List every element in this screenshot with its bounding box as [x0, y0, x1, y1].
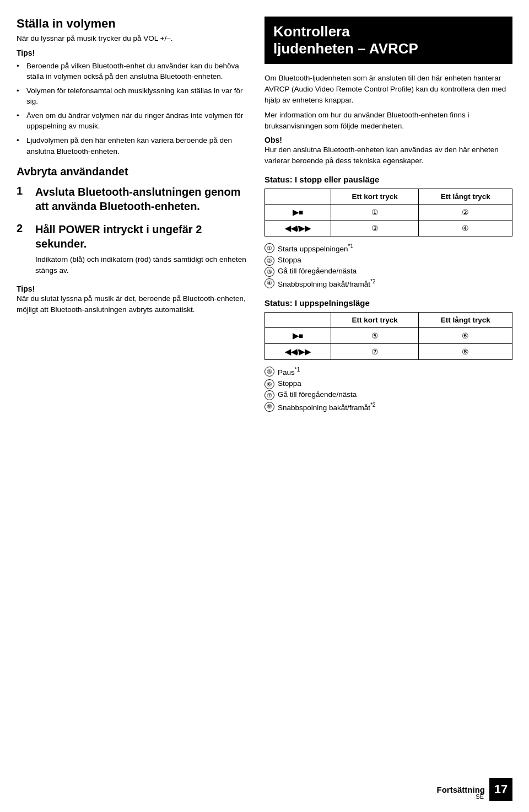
table2-row2-icon: ◀◀/▶▶: [265, 344, 331, 360]
list2-item-4: ⑧ Snabbspolning bakåt/framåt*2: [264, 401, 512, 413]
step-2-sub: Indikatorn (blå) och indikatorn (röd) tä…: [35, 254, 248, 276]
status-2-title: Status: I uppspelningsläge: [264, 298, 512, 308]
table2-empty-header: [265, 313, 331, 328]
list1-item-3: ③ Gå till föregående/nästa: [264, 266, 512, 277]
list-1: ① Starta uppspelningen*1 ② Stoppa ③ Gå t…: [264, 242, 512, 289]
avrcp-header: Kontrollera ljudenheten – AVRCP: [264, 17, 512, 64]
step-1: 1 Avsluta Bluetooth-anslutningen genom a…: [17, 185, 248, 213]
page-number: 17: [489, 778, 512, 801]
step-1-num: 1: [17, 185, 30, 197]
table2-row1-c1: ⑤: [331, 328, 419, 344]
table1-empty-header: [265, 189, 331, 205]
table2-row1-icon: ▶■: [265, 328, 331, 344]
table2-col2-header: Ett långt tryck: [419, 313, 512, 328]
table1-row1: ▶■ ① ②: [265, 205, 512, 221]
list2-item-2: ⑥ Stoppa: [264, 378, 512, 389]
status-1-section: Status: I stopp eller pausläge Ett kort …: [264, 175, 512, 289]
obs-label: Obs!: [264, 136, 512, 144]
table1-row1-c1: ①: [331, 205, 419, 221]
tips-label-1: Tips!: [17, 49, 248, 57]
obs-text: Hur den anslutna Bluetooth-enheten kan a…: [264, 144, 512, 166]
left-subtitle: När du lyssnar på musik trycker du på VO…: [17, 33, 248, 44]
list2-item-1: ⑤ Paus*1: [264, 365, 512, 378]
footer: Fortsättning 17: [437, 778, 513, 801]
table1-row1-c2: ②: [419, 205, 512, 221]
table1-row2-icon: ◀◀/▶▶: [265, 221, 331, 236]
step-2: 2 Håll POWER intryckt i ungefär 2 sekund…: [17, 222, 248, 276]
step-2-num: 2: [17, 222, 30, 235]
table1-col2-header: Ett långt tryck: [419, 189, 512, 205]
left-title: Ställa in volymen: [17, 17, 248, 31]
list1-item-2: ② Stoppa: [264, 255, 512, 266]
step-1-text: Avsluta Bluetooth-anslutningen genom att…: [35, 185, 248, 213]
table2-row2-c1: ⑦: [331, 344, 419, 360]
avrcp-table-1: Ett kort tryck Ett långt tryck ▶■ ① ② ◀◀…: [264, 189, 512, 236]
avbryta-title: Avbryta användandet: [17, 165, 248, 178]
list2-item-3: ⑦ Gå till föregående/nästa: [264, 389, 512, 400]
tips-2-text: När du slutat lyssna på musik är det, be…: [17, 293, 248, 315]
tips-bullets: Beroende på vilken Bluetooth-enhet du an…: [17, 61, 248, 157]
table1-row2-c2: ④: [419, 221, 512, 236]
avrcp-title: Kontrollera ljudenheten – AVRCP: [273, 23, 504, 57]
mer-info-text: Mer information om hur du använder Bluet…: [264, 110, 512, 131]
table1-row2-c1: ③: [331, 221, 419, 236]
table1-row2: ◀◀/▶▶ ③ ④: [265, 221, 512, 236]
tip-3: Även om du ändrar volymen när du ringer …: [17, 110, 248, 132]
avbryta-section: Avbryta användandet 1 Avsluta Bluetooth-…: [17, 165, 248, 315]
step-2-text: Håll POWER intryckt i ungefär 2 sekunder…: [35, 222, 248, 251]
right-column: Kontrollera ljudenheten – AVRCP Om Bluet…: [264, 17, 512, 779]
tip-4: Ljudvolymen på den här enheten kan varie…: [17, 135, 248, 157]
table2-col1-header: Ett kort tryck: [331, 313, 419, 328]
status-2-section: Status: I uppspelningsläge Ett kort tryc…: [264, 298, 512, 413]
continuation-label: Fortsättning: [437, 785, 485, 794]
tip-2: Volymen för telefonsamtal och musiklyssn…: [17, 85, 248, 107]
left-column: Ställa in volymen När du lyssnar på musi…: [17, 17, 248, 779]
list1-item-1: ① Starta uppspelningen*1: [264, 242, 512, 255]
tip-1: Beroende på vilken Bluetooth-enhet du an…: [17, 61, 248, 82]
list1-item-4: ④ Snabbspolning bakåt/framåt*2: [264, 277, 512, 290]
table2-row1-c2: ⑥: [419, 328, 512, 344]
status-1-title: Status: I stopp eller pausläge: [264, 175, 512, 184]
avrcp-table-2: Ett kort tryck Ett långt tryck ▶■ ⑤ ⑥ ◀◀…: [264, 312, 512, 360]
table1-row1-icon: ▶■: [265, 205, 331, 221]
table2-row2: ◀◀/▶▶ ⑦ ⑧: [265, 344, 512, 360]
table1-col1-header: Ett kort tryck: [331, 189, 419, 205]
tips-label-2: Tips!: [17, 284, 248, 293]
table2-row1: ▶■ ⑤ ⑥: [265, 328, 512, 344]
lang-label: SE: [476, 793, 484, 800]
intro-text: Om Bluetooth-ljudenheten som är ansluten…: [264, 73, 512, 105]
table2-row2-c2: ⑧: [419, 344, 512, 360]
list-2: ⑤ Paus*1 ⑥ Stoppa ⑦ Gå till föregående/n…: [264, 365, 512, 413]
